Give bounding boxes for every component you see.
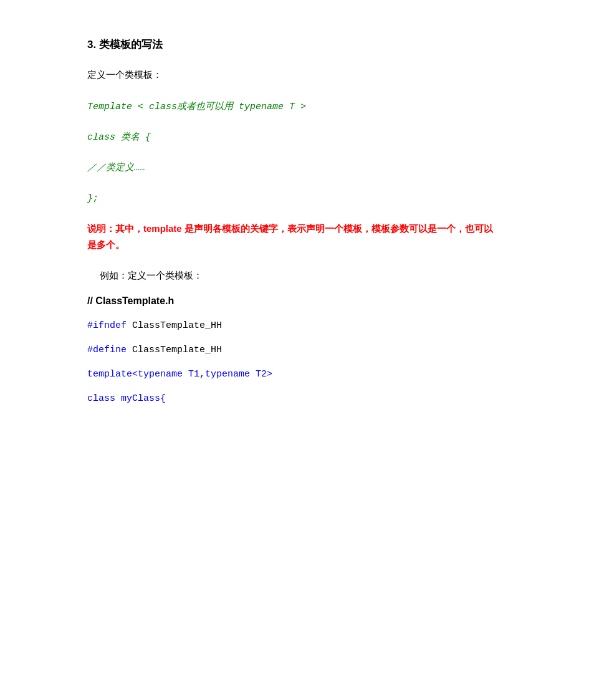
define-value: ClassTemplate_HH (127, 345, 222, 355)
template-typename-line: template<typename T1,typename T2> (87, 369, 502, 380)
ifndef-keyword: #ifndef (87, 320, 127, 331)
class-myclass-line: class myClass{ (87, 393, 502, 404)
define-keyword: #define (87, 345, 127, 355)
class-comment: ／／类定义…… (87, 163, 145, 173)
example-label: 例如：定义一个类模板： (100, 270, 502, 282)
class-definition: class 类名 { (87, 132, 151, 143)
file-comment: // ClassTemplate.h (87, 295, 502, 307)
intro-text: 定义一个类模板： (87, 69, 502, 81)
code-closing-brace: }; (87, 190, 502, 207)
code-template-line1: Template < class或者也可以用 typename T > (87, 98, 502, 115)
ifndef-line: #ifndef ClassTemplate_HH (87, 320, 502, 331)
page-container: 3. 类模板的写法 定义一个类模板： Template < class或者也可以… (0, 0, 589, 455)
section-heading: 3. 类模板的写法 (87, 37, 502, 52)
note-text: 说明：其中，template 是声明各模板的关键字，表示声明一个模板，模板参数可… (87, 221, 502, 252)
code-class-line: class 类名 { (87, 129, 502, 146)
ifndef-value: ClassTemplate_HH (127, 320, 222, 331)
closing-brace: }; (87, 193, 98, 204)
code-comment-line: ／／类定义…… (87, 160, 502, 176)
template-keyword: Template < class或者也可以用 typename T > (87, 102, 306, 112)
define-line: #define ClassTemplate_HH (87, 345, 502, 355)
